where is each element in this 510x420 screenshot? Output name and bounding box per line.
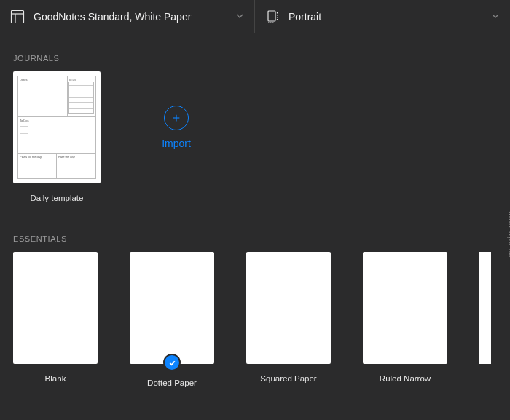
journals-row: Dates To Do To Dos ——— ——— ——— Plans for…	[0, 71, 510, 202]
template-squared[interactable]: Squared Paper	[246, 252, 331, 383]
template-dotted[interactable]: Dotted Paper	[130, 252, 214, 387]
template-set-icon	[10, 9, 25, 24]
import-button[interactable]: Import	[133, 71, 220, 183]
template-overflow-thumb	[479, 252, 491, 364]
journals-section-header: JOURNALS	[0, 33, 510, 71]
svg-rect-0	[12, 10, 24, 23]
selected-check-icon	[163, 354, 181, 371]
orientation-icon	[265, 9, 280, 24]
essentials-row: Blank Dotted Paper Squared Paper Ruled N…	[0, 252, 510, 387]
essentials-section-header: ESSENTIALS	[0, 202, 510, 252]
template-daily[interactable]: Dates To Do To Dos ——— ——— ——— Plans for…	[13, 71, 101, 202]
template-blank-thumb	[13, 252, 98, 364]
template-blank[interactable]: Blank	[13, 252, 98, 383]
template-daily-label: Daily template	[31, 194, 84, 202]
template-ruled-narrow-label: Ruled Narrow	[380, 374, 431, 383]
plus-icon	[164, 106, 189, 130]
template-set-dropdown[interactable]: GoodNotes Standard, White Paper	[0, 0, 255, 33]
chevron-down-icon	[491, 10, 500, 23]
template-squared-label: Squared Paper	[260, 374, 316, 383]
import-label: Import	[162, 138, 191, 149]
top-bar: GoodNotes Standard, White Paper Portrait	[0, 0, 510, 33]
template-daily-thumb: Dates To Do To Dos ——— ——— ——— Plans for…	[13, 71, 101, 183]
template-overflow[interactable]	[479, 252, 491, 364]
svg-rect-3	[268, 11, 275, 21]
chevron-down-icon	[235, 10, 244, 23]
template-squared-thumb	[246, 252, 331, 364]
template-ruled-narrow-thumb	[363, 252, 447, 364]
template-ruled-narrow[interactable]: Ruled Narrow	[363, 252, 447, 383]
template-set-label: GoodNotes Standard, White Paper	[34, 11, 235, 23]
orientation-label: Portrait	[289, 11, 491, 23]
template-dotted-label: Dotted Paper	[147, 379, 197, 387]
template-dotted-thumb	[130, 252, 214, 364]
template-blank-label: Blank	[45, 374, 66, 383]
orientation-dropdown[interactable]: Portrait	[255, 0, 510, 33]
